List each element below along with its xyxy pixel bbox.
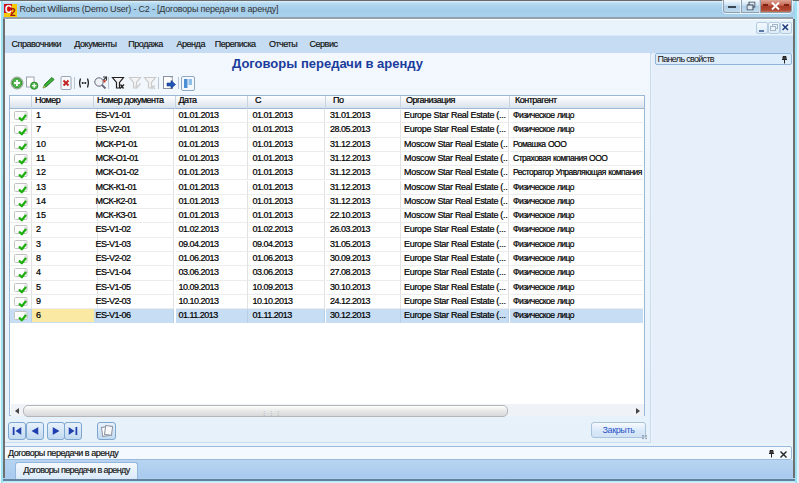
svg-text:2: 2 bbox=[10, 7, 16, 17]
